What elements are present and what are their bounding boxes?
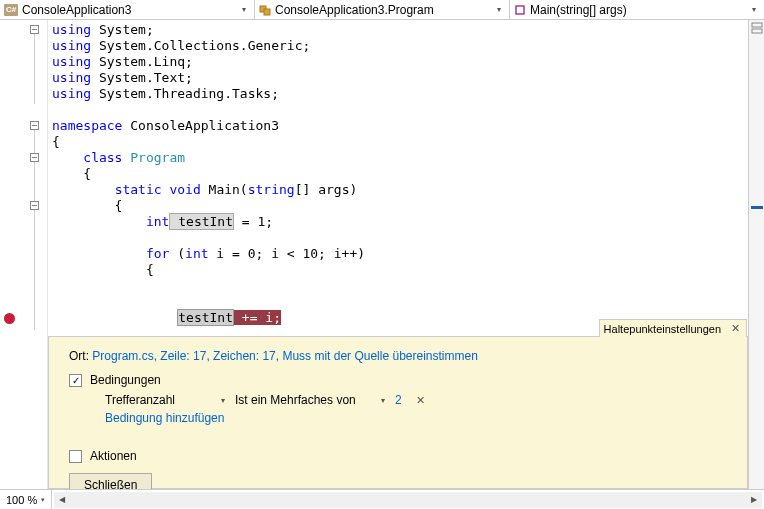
conditions-label: Bedingungen bbox=[90, 373, 161, 387]
nav-class-text: ConsoleApplication3.Program bbox=[275, 3, 497, 17]
code-line: { bbox=[52, 262, 748, 278]
outline-toggle[interactable] bbox=[30, 201, 39, 210]
split-icon[interactable] bbox=[751, 22, 763, 34]
code-line: namespace ConsoleApplication3 bbox=[52, 118, 748, 134]
nav-method-dropdown[interactable]: Main(string[] args) ▾ bbox=[510, 0, 764, 19]
code-line: { bbox=[52, 166, 748, 182]
code-line: { bbox=[52, 134, 748, 150]
panel-title: Haltepunkteinstellungen bbox=[604, 323, 721, 335]
outlining-margin[interactable] bbox=[22, 20, 48, 489]
chevron-down-icon: ▾ bbox=[41, 496, 45, 504]
nav-project-dropdown[interactable]: C# ConsoleApplication3 ▾ bbox=[0, 0, 255, 19]
horizontal-scrollbar[interactable]: ◀ ▶ bbox=[54, 492, 762, 508]
location-label: Ort: bbox=[69, 349, 92, 363]
outline-toggle[interactable] bbox=[30, 121, 39, 130]
csharp-icon: C# bbox=[4, 4, 18, 16]
nav-method-text: Main(string[] args) bbox=[530, 3, 752, 17]
code-line: using System.Linq; bbox=[52, 54, 748, 70]
outline-toggle[interactable] bbox=[30, 153, 39, 162]
conditions-row: ✓ Bedingungen bbox=[69, 373, 727, 387]
location-link[interactable]: Program.cs, Zeile: 17, Zeichen: 17, Muss… bbox=[92, 349, 478, 363]
svg-rect-3 bbox=[752, 23, 762, 27]
breakpoint-icon[interactable] bbox=[4, 313, 15, 324]
remove-condition-icon[interactable]: ✕ bbox=[412, 394, 429, 407]
nav-project-text: ConsoleApplication3 bbox=[22, 3, 242, 17]
ruler-marker bbox=[751, 206, 763, 209]
code-line: testInt += i; bbox=[52, 278, 748, 310]
class-icon bbox=[259, 4, 271, 16]
code-line: using System.Text; bbox=[52, 70, 748, 86]
code-line bbox=[52, 102, 748, 118]
code-line: using System.Threading.Tasks; bbox=[52, 86, 748, 102]
code-line: { bbox=[52, 198, 748, 214]
scroll-right-icon[interactable]: ▶ bbox=[746, 492, 762, 508]
condition-detail-row: Trefferanzahl▾ Ist ein Mehrfaches von▾ 2… bbox=[105, 393, 727, 407]
chevron-down-icon: ▾ bbox=[497, 5, 505, 14]
zoom-dropdown[interactable]: 100 %▾ bbox=[0, 490, 52, 509]
conditions-checkbox[interactable]: ✓ bbox=[69, 374, 82, 387]
svg-rect-4 bbox=[752, 29, 762, 33]
condition-value[interactable]: 2 bbox=[395, 393, 402, 407]
panel-tab: Haltepunkteinstellungen ✕ bbox=[599, 319, 747, 337]
code-line: static void Main(string[] args) bbox=[52, 182, 748, 198]
code-line: for (int i = 0; i < 10; i++) bbox=[52, 246, 748, 262]
actions-checkbox[interactable] bbox=[69, 450, 82, 463]
bottom-bar: 100 %▾ ◀ ▶ bbox=[0, 489, 764, 509]
navigation-bar: C# ConsoleApplication3 ▾ ConsoleApplicat… bbox=[0, 0, 764, 20]
chevron-down-icon: ▾ bbox=[221, 396, 225, 405]
condition-type-dropdown[interactable]: Trefferanzahl▾ bbox=[105, 393, 225, 407]
outline-toggle[interactable] bbox=[30, 25, 39, 34]
code-line: int testInt = 1; bbox=[52, 214, 748, 230]
add-condition-link[interactable]: Bedingung hinzufügen bbox=[105, 411, 224, 425]
code-line bbox=[52, 230, 748, 246]
overview-ruler[interactable] bbox=[748, 20, 764, 489]
nav-class-dropdown[interactable]: ConsoleApplication3.Program ▾ bbox=[255, 0, 510, 19]
code-line: class Program bbox=[52, 150, 748, 166]
condition-operator-dropdown[interactable]: Ist ein Mehrfaches von▾ bbox=[235, 393, 385, 407]
breakpoint-gutter[interactable] bbox=[0, 20, 22, 489]
method-icon bbox=[514, 4, 526, 16]
chevron-down-icon: ▾ bbox=[381, 396, 385, 405]
scroll-left-icon[interactable]: ◀ bbox=[54, 492, 70, 508]
actions-label: Aktionen bbox=[90, 449, 137, 463]
outline-line bbox=[34, 34, 35, 104]
svg-rect-2 bbox=[516, 6, 524, 14]
close-icon[interactable]: ✕ bbox=[729, 322, 742, 335]
actions-row: Aktionen bbox=[69, 449, 727, 463]
location-line: Ort: Program.cs, Zeile: 17, Zeichen: 17,… bbox=[69, 349, 727, 363]
breakpoint-settings-panel: Haltepunkteinstellungen ✕ Ort: Program.c… bbox=[48, 336, 748, 489]
code-line: using System.Collections.Generic; bbox=[52, 38, 748, 54]
code-line: using System; bbox=[52, 22, 748, 38]
chevron-down-icon: ▾ bbox=[752, 5, 760, 14]
chevron-down-icon: ▾ bbox=[242, 5, 250, 14]
svg-rect-1 bbox=[264, 9, 270, 15]
